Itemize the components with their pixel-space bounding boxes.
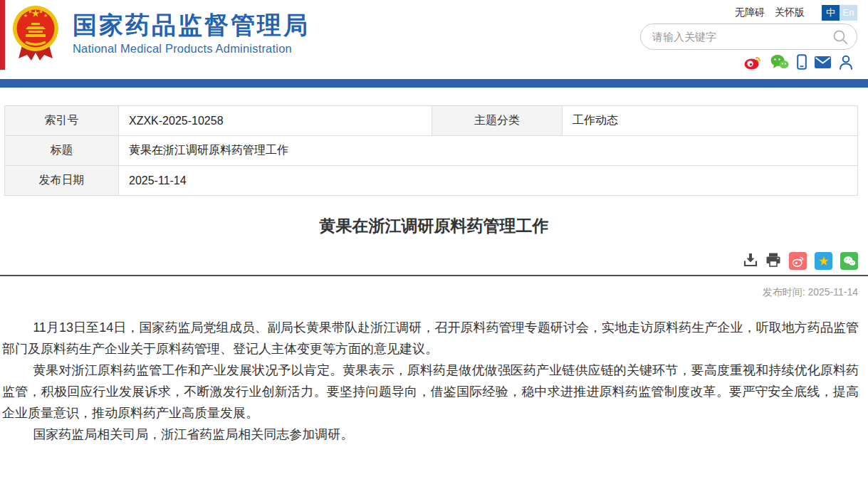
- download-icon[interactable]: [743, 253, 758, 270]
- article-paragraph: 11月13日至14日，国家药监局党组成员、副局长黄果带队赴浙江调研，召开原料药管…: [2, 317, 859, 360]
- share-qzone-icon[interactable]: [815, 252, 832, 270]
- national-emblem-icon: [12, 4, 59, 64]
- user-icon[interactable]: [839, 55, 853, 73]
- article-paragraph: 国家药监局相关司局，浙江省药监局相关同志参加调研。: [2, 424, 859, 445]
- mobile-icon[interactable]: [797, 54, 807, 73]
- article-paragraph: 黄果对浙江原料药监管工作和产业发展状况予以肯定。黄果表示，原料药是做优做强医药产…: [2, 360, 859, 424]
- table-row: 索引号 XZXK-2025-10258 主题分类 工作动态: [5, 106, 858, 136]
- wechat-icon[interactable]: [770, 54, 789, 73]
- table-row: 发布日期 2025-11-14: [5, 166, 858, 196]
- meta-value-category: 工作动态: [563, 106, 858, 136]
- search-box: [640, 23, 857, 50]
- meta-label-title: 标题: [5, 136, 119, 166]
- article-body: 11月13日至14日，国家药监局党组成员、副局长黄果带队赴浙江调研，召开原料药管…: [0, 317, 868, 445]
- print-icon[interactable]: [765, 253, 781, 270]
- search-input[interactable]: [652, 31, 832, 43]
- site-title[interactable]: 国家药品监督管理局: [73, 11, 310, 38]
- site-header: 国家药品监督管理局 National Medical Products Admi…: [0, 0, 868, 79]
- share-wechat-icon[interactable]: [840, 252, 858, 270]
- share-weibo-icon[interactable]: [789, 252, 807, 270]
- lang-chinese-button[interactable]: 中: [822, 5, 840, 21]
- header-social-icons: [744, 54, 853, 73]
- meta-label-index: 索引号: [5, 106, 119, 136]
- publish-time-label: 发布时间:: [763, 286, 805, 298]
- care-version-link[interactable]: 关怀版: [775, 6, 805, 19]
- article-toolbar: [0, 252, 868, 276]
- publish-time: 发布时间: 2025-11-14: [0, 286, 868, 299]
- meta-value-title: 黄果在浙江调研原料药管理工作: [119, 136, 858, 166]
- weibo-icon[interactable]: [744, 54, 763, 73]
- meta-label-date: 发布日期: [5, 166, 119, 196]
- meta-value-date: 2025-11-14: [119, 166, 858, 196]
- site-brand: 国家药品监督管理局 National Medical Products Admi…: [73, 11, 310, 56]
- nav-bar: [0, 79, 868, 88]
- publish-time-value: 2025-11-14: [807, 286, 858, 298]
- table-row: 标题 黄果在浙江调研原料药管理工作: [5, 136, 858, 166]
- top-utility-links: 无障碍 关怀版 中 En: [735, 5, 857, 21]
- accessibility-link[interactable]: 无障碍: [735, 6, 765, 19]
- language-switcher: 中 En: [822, 5, 857, 21]
- lang-english-button[interactable]: En: [840, 5, 857, 21]
- meta-label-category: 主题分类: [432, 106, 563, 136]
- national-emblem-logo[interactable]: [12, 4, 59, 64]
- search-icon[interactable]: [832, 29, 848, 45]
- meta-value-index: XZXK-2025-10258: [119, 106, 432, 136]
- document-meta-table: 索引号 XZXK-2025-10258 主题分类 工作动态 标题 黄果在浙江调研…: [4, 105, 858, 196]
- article-title: 黄果在浙江调研原料药管理工作: [0, 215, 868, 237]
- site-subtitle: National Medical Products Administration: [73, 42, 310, 56]
- flag-red-stripe: [0, 0, 5, 70]
- email-icon[interactable]: [815, 56, 831, 71]
